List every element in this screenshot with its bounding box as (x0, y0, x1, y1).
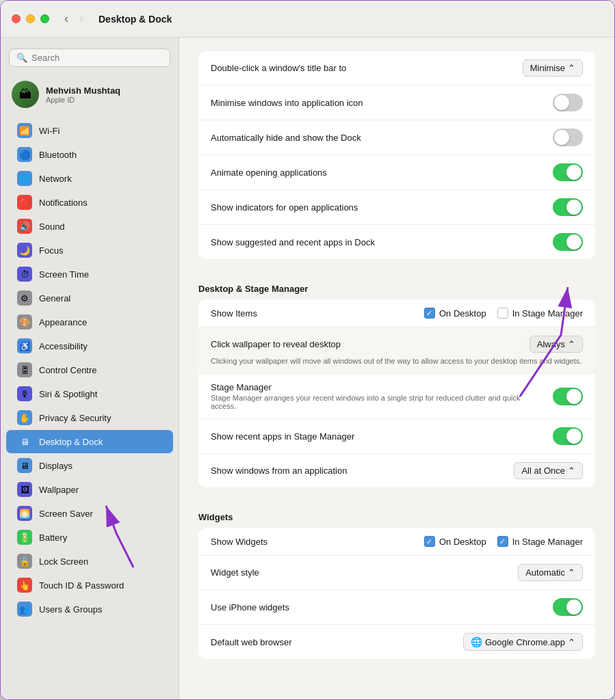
wallpaper-label: Wallpaper (39, 485, 79, 495)
close-button[interactable] (12, 14, 21, 23)
toggle-knob (566, 389, 581, 404)
widgets-on-desktop-checkbox[interactable]: ✓ (424, 536, 435, 547)
content-area: 🔍 🏔 Mehvish Mushtaq Apple ID 📶 Wi-Fi 🔵 B… (1, 38, 614, 699)
animate-toggle[interactable] (553, 163, 583, 181)
focus-label: Focus (39, 245, 63, 256)
user-section[interactable]: 🏔 Mehvish Mushtaq Apple ID (1, 75, 179, 113)
bluetooth-label: Bluetooth (39, 150, 77, 160)
users-icon: 👥 (17, 602, 32, 617)
auto-hide-toggle[interactable] (553, 129, 583, 146)
in-stage-checkbox[interactable] (497, 308, 508, 319)
user-name: Mehvish Mushtaq (46, 85, 120, 96)
sidebar-item-sound[interactable]: 🔊 Sound (6, 215, 173, 238)
widgets-on-desktop-wrapper[interactable]: ✓ On Desktop (424, 536, 486, 547)
sidebar-item-touchid[interactable]: 👆 Touch ID & Password (6, 574, 173, 597)
wifi-icon: 📶 (17, 123, 32, 138)
double-click-dropdown[interactable]: Minimise ⌃ (523, 59, 583, 77)
desktop-stage-group: Show Items ✓ On Desktop In Stage Manager (198, 299, 595, 487)
double-click-label: Double-click a window's title bar to (211, 63, 523, 73)
iphone-widgets-toggle[interactable] (553, 598, 583, 616)
battery-label: Battery (39, 533, 67, 543)
desktopdock-icon: 🖥 (17, 434, 32, 449)
in-stage-wrapper[interactable]: In Stage Manager (497, 308, 583, 319)
toggle-knob (554, 95, 569, 110)
widgets-in-stage-wrapper[interactable]: ✓ In Stage Manager (497, 536, 583, 547)
sidebar-item-battery[interactable]: 🔋 Battery (6, 526, 173, 549)
sidebar-item-screentime[interactable]: ⏱ Screen Time (6, 262, 173, 286)
displays-label: Displays (39, 461, 73, 471)
show-items-row: Show Items ✓ On Desktop In Stage Manager (198, 299, 595, 327)
sidebar-item-siri[interactable]: 🎙 Siri & Spotlight (6, 382, 173, 405)
recent-stage-toggle[interactable] (553, 427, 583, 445)
sidebar-item-lockscreen[interactable]: 🔒 Lock Screen (6, 550, 173, 573)
recent-apps-toggle[interactable] (553, 233, 583, 251)
show-windows-dropdown[interactable]: All at Once ⌃ (514, 462, 583, 479)
minimize-button[interactable] (26, 14, 35, 23)
animate-label: Animate opening applications (211, 167, 553, 178)
widget-style-label: Widget style (211, 567, 518, 578)
sidebar-item-wallpaper[interactable]: 🖼 Wallpaper (6, 478, 173, 501)
desktop-stage-section: Desktop & Stage Manager Show Items ✓ On … (198, 273, 595, 487)
touchid-icon: 👆 (17, 578, 32, 593)
sidebar-item-notifications[interactable]: 🔴 Notifications (6, 191, 173, 214)
search-icon: 🔍 (16, 53, 27, 63)
network-label: Network (39, 174, 72, 184)
sidebar-item-accessibility[interactable]: ♿ Accessibility (6, 334, 173, 358)
sidebar-item-screensaver[interactable]: 🌅 Screen Saver (6, 502, 173, 525)
widgets-in-stage-checkbox[interactable]: ✓ (497, 536, 508, 547)
toggle-knob (554, 130, 569, 145)
siri-icon: 🎙 (17, 386, 32, 401)
animate-row: Animate opening applications (198, 155, 595, 190)
users-label: Users & Groups (39, 604, 102, 615)
iphone-widgets-label: Use iPhone widgets (211, 602, 553, 612)
lockscreen-icon: 🔒 (17, 554, 32, 569)
widgets-in-stage-label: In Stage Manager (512, 537, 583, 547)
traffic-lights (12, 14, 49, 23)
stage-manager-toggle[interactable] (553, 388, 583, 405)
search-input[interactable] (31, 53, 163, 63)
show-windows-label: Show windows from an application (211, 466, 514, 476)
screensaver-label: Screen Saver (39, 509, 93, 519)
click-wallpaper-row: Click wallpaper to reveal desktop Always… (198, 327, 595, 374)
on-desktop-wrapper[interactable]: ✓ On Desktop (424, 308, 486, 319)
sidebar-item-controlcentre[interactable]: 🎛 Control Centre (6, 358, 173, 381)
show-items-label: Show Items (211, 308, 424, 319)
desktop-stage-header: Desktop & Stage Manager (198, 273, 595, 299)
sidebar-item-network[interactable]: 🌐 Network (6, 167, 173, 190)
default-browser-row: Default web browser 🌐 Google Chrome.app … (198, 625, 595, 659)
focus-icon: 🌙 (17, 243, 32, 258)
screensaver-icon: 🌅 (17, 506, 32, 521)
click-wallpaper-dropdown[interactable]: Always ⌃ (529, 336, 583, 353)
sidebar-items-container: 📶 Wi-Fi 🔵 Bluetooth 🌐 Network 🔴 Notifica… (1, 119, 179, 621)
back-button[interactable]: ‹ (60, 10, 73, 27)
sidebar-item-privacy[interactable]: ✋ Privacy & Security (6, 406, 173, 429)
window-title: Desktop & Dock (99, 14, 172, 25)
avatar: 🏔 (12, 81, 39, 108)
stage-manager-label: Stage Manager (211, 382, 545, 392)
sound-label: Sound (39, 221, 65, 232)
sidebar: 🔍 🏔 Mehvish Mushtaq Apple ID 📶 Wi-Fi 🔵 B… (1, 38, 179, 699)
sidebar-item-focus[interactable]: 🌙 Focus (6, 239, 173, 262)
sidebar-item-users[interactable]: 👥 Users & Groups (6, 597, 173, 621)
toggle-knob (566, 234, 581, 250)
sidebar-item-general[interactable]: ⚙ General (6, 286, 173, 310)
forward-button[interactable]: › (75, 10, 88, 27)
indicators-row: Show indicators for open applications (198, 190, 595, 225)
sidebar-item-wifi[interactable]: 📶 Wi-Fi (6, 119, 173, 142)
indicators-toggle[interactable] (553, 198, 583, 216)
search-box[interactable]: 🔍 (9, 49, 170, 67)
general-label: General (39, 293, 70, 304)
notifications-icon: 🔴 (17, 195, 32, 210)
sidebar-item-displays[interactable]: 🖥 Displays (6, 454, 173, 477)
minimise-icon-toggle[interactable] (553, 94, 583, 111)
on-desktop-label: On Desktop (439, 308, 486, 319)
sidebar-item-bluetooth[interactable]: 🔵 Bluetooth (6, 143, 173, 166)
widget-style-dropdown[interactable]: Automatic ⌃ (518, 564, 583, 581)
sidebar-item-desktopdock[interactable]: 🖥 Desktop & Dock (6, 430, 173, 453)
on-desktop-checkbox[interactable]: ✓ (424, 308, 435, 319)
sidebar-item-appearance[interactable]: 🎨 Appearance (6, 310, 173, 334)
click-wallpaper-inner: Click wallpaper to reveal desktop Always… (211, 336, 583, 353)
maximize-button[interactable] (40, 14, 49, 23)
accessibility-label: Accessibility (39, 341, 88, 351)
default-browser-dropdown[interactable]: 🌐 Google Chrome.app ⌃ (463, 633, 583, 651)
